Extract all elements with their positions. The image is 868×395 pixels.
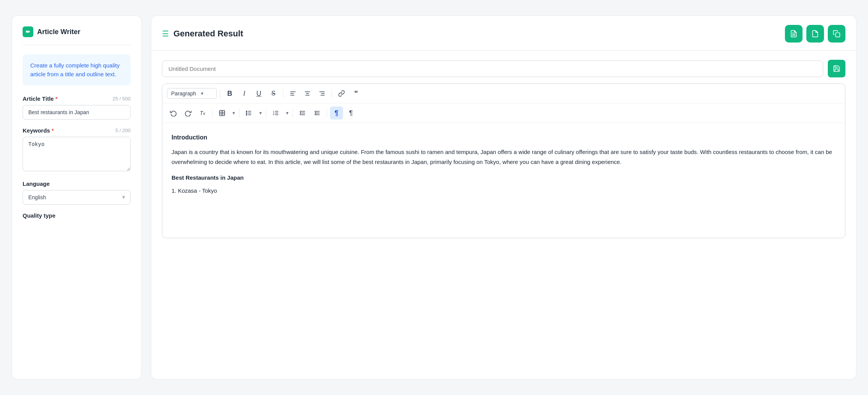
right-content: Paragraph ▼ B I U S bbox=[151, 51, 856, 379]
doc-title-row bbox=[162, 60, 845, 77]
keywords-count: 5 / 200 bbox=[115, 128, 131, 133]
article-title-input[interactable] bbox=[23, 105, 131, 120]
quality-type-label: Quality type bbox=[23, 212, 56, 219]
align-center-button[interactable] bbox=[301, 87, 314, 100]
content-list-item: 1. Kozasa - Tokyo bbox=[172, 186, 836, 196]
toolbar-divider-4 bbox=[212, 109, 213, 117]
editor-container: Paragraph ▼ B I U S bbox=[162, 84, 845, 238]
app-logo-icon: ✏ bbox=[23, 26, 33, 37]
rtl-button[interactable]: ¶ bbox=[345, 107, 358, 120]
bold-button[interactable]: B bbox=[223, 87, 236, 100]
right-panel-title: Generated Result bbox=[173, 29, 243, 39]
bullet-list-chevron-icon: ▼ bbox=[258, 111, 263, 115]
language-select[interactable]: English Spanish French German Japanese bbox=[23, 190, 131, 205]
italic-button[interactable]: I bbox=[238, 87, 251, 100]
content-heading: Introduction bbox=[172, 132, 836, 143]
undo-button[interactable] bbox=[167, 107, 180, 120]
align-right-button[interactable] bbox=[315, 87, 329, 100]
paragraph-style-select[interactable]: Paragraph ▼ bbox=[167, 88, 217, 99]
toolbar-row-1: Paragraph ▼ B I U S bbox=[162, 84, 845, 103]
toolbar-divider-8 bbox=[327, 109, 327, 117]
info-box: Create a fully complete high quality art… bbox=[23, 54, 131, 85]
export-word-button[interactable] bbox=[785, 25, 803, 43]
clear-format-button[interactable]: Tx bbox=[196, 107, 209, 120]
svg-rect-2 bbox=[836, 33, 840, 37]
outdent-button[interactable] bbox=[296, 107, 309, 120]
table-button[interactable] bbox=[216, 107, 229, 120]
keywords-label: Keywords * bbox=[23, 127, 54, 134]
panel-header: ✏ Article Writer bbox=[23, 26, 131, 45]
quality-type-group: Quality type bbox=[23, 212, 131, 222]
toolbar-divider-2 bbox=[283, 89, 283, 98]
ordered-list-chevron-icon: ▼ bbox=[285, 111, 289, 115]
underline-button[interactable]: U bbox=[252, 87, 265, 100]
toolbar-divider-5 bbox=[239, 109, 239, 117]
lines-icon: ☰ bbox=[162, 29, 169, 38]
toolbar-row-2: Tx ▼ ▼ ▼ bbox=[162, 103, 845, 123]
toolbar-divider-6 bbox=[266, 109, 266, 117]
strikethrough-button[interactable]: S bbox=[267, 87, 280, 100]
toolbar-divider bbox=[220, 89, 220, 98]
right-header: ☰ Generated Result bbox=[151, 16, 856, 51]
left-panel: ✏ Article Writer Create a fully complete… bbox=[11, 15, 142, 380]
required-star: * bbox=[55, 95, 57, 102]
save-doc-button[interactable] bbox=[828, 60, 845, 77]
content-paragraph: Japan is a country that is known for its… bbox=[172, 147, 836, 167]
export-doc-button[interactable] bbox=[806, 25, 824, 43]
info-box-text: Create a fully complete high quality art… bbox=[30, 61, 123, 79]
quote-button[interactable]: " bbox=[350, 87, 363, 100]
article-title-group: Article Title * 25 / 500 bbox=[23, 95, 131, 120]
svg-point-21 bbox=[246, 114, 247, 115]
table-chevron-icon: ▼ bbox=[232, 111, 236, 115]
required-star-keywords: * bbox=[52, 127, 54, 134]
toolbar-divider-7 bbox=[293, 109, 293, 117]
ltr-button[interactable]: ¶ bbox=[330, 107, 343, 120]
keywords-input[interactable] bbox=[23, 137, 131, 171]
language-group: Language English Spanish French German J… bbox=[23, 180, 131, 205]
link-button[interactable] bbox=[335, 87, 348, 100]
redo-button[interactable] bbox=[181, 107, 195, 120]
svg-point-19 bbox=[246, 111, 247, 111]
ordered-list-button[interactable] bbox=[269, 107, 282, 120]
svg-point-20 bbox=[246, 113, 247, 113]
article-title-label: Article Title * bbox=[23, 95, 57, 102]
bullet-list-button[interactable] bbox=[242, 107, 255, 120]
right-panel: ☰ Generated Result bbox=[151, 15, 857, 380]
header-buttons bbox=[785, 25, 845, 43]
content-subheading: Best Restaurants in Japan bbox=[172, 173, 836, 183]
chevron-down-icon: ▼ bbox=[200, 91, 204, 96]
align-left-button[interactable] bbox=[286, 87, 299, 100]
article-title-count: 25 / 500 bbox=[113, 96, 131, 102]
indent-button[interactable] bbox=[311, 107, 324, 120]
keywords-group: Keywords * 5 / 200 bbox=[23, 127, 131, 173]
doc-title-input[interactable] bbox=[162, 61, 823, 77]
copy-button[interactable] bbox=[828, 25, 845, 43]
toolbar-divider-3 bbox=[332, 89, 332, 98]
editor-content[interactable]: Introduction Japan is a country that is … bbox=[162, 123, 845, 238]
language-label: Language bbox=[23, 180, 50, 187]
panel-title: Article Writer bbox=[37, 28, 80, 36]
